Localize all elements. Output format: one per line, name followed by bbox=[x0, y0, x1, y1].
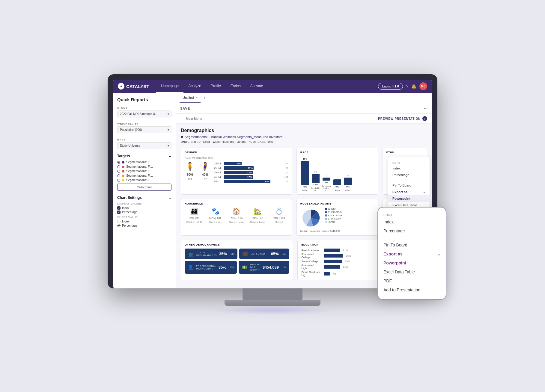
ctx-powerpoint[interactable]: Powerpoint bbox=[388, 195, 430, 202]
composer-button[interactable]: Composer bbox=[117, 184, 171, 191]
app-name: CATALYST bbox=[126, 84, 149, 89]
edu-label-1: Graduated College bbox=[301, 253, 322, 259]
target-item[interactable]: Segmentations: Fi... bbox=[117, 161, 171, 164]
base-label: % OF BASE bbox=[249, 140, 266, 143]
ctx-large-export-row[interactable]: Export as ⌄ bbox=[378, 249, 446, 258]
report-title: Demographics bbox=[181, 128, 427, 133]
ctx-sort-label: SORT bbox=[388, 160, 430, 165]
targets-chevron[interactable]: ⌄ bbox=[168, 154, 171, 158]
target-item[interactable]: Segmentations: Fi... bbox=[117, 174, 171, 177]
ctx-large-pin-item[interactable]: Pin To Board bbox=[378, 240, 446, 249]
display-index-row[interactable]: ✓ Index bbox=[117, 206, 171, 210]
target-radio-1[interactable] bbox=[117, 165, 120, 168]
demo-icon-2: 👤 bbox=[188, 264, 194, 270]
age-label-0: 18-24 bbox=[214, 162, 222, 165]
preview-presentation-button[interactable]: PREVIEW PRESENTATION 0 bbox=[378, 116, 427, 121]
ctx-large-pdf[interactable]: PDF bbox=[378, 276, 446, 285]
edu-bar-0 bbox=[324, 249, 340, 252]
race-pct-1: 12% bbox=[313, 183, 318, 186]
tab-close[interactable]: ✕ bbox=[195, 96, 198, 99]
legend-item-1: $150K-$250K bbox=[325, 211, 343, 214]
toolbar: SAVE ··· bbox=[176, 103, 432, 114]
pct-checkbox[interactable]: ✓ bbox=[117, 211, 121, 214]
back-arrow-icon: ← bbox=[181, 117, 184, 120]
chart-index-row[interactable]: Index bbox=[117, 220, 171, 223]
legend-label-2: $100K-$150K bbox=[328, 214, 343, 217]
nav-activate[interactable]: Activate bbox=[246, 80, 268, 93]
demo-row-2: 👤 PROFESSIONAL MANAGERIAL 35% 133 💵 bbox=[185, 261, 289, 274]
education-chart: EDUCATION Post Graduate 21% G bbox=[297, 240, 379, 280]
top-nav: ✦ CATALYST Homepage Analyze Profile Enri… bbox=[113, 80, 432, 93]
age-label-4: 55+ bbox=[214, 180, 222, 183]
race-bar-0 bbox=[301, 161, 309, 185]
household-items: 👨‍👩‍👦 32% | 95 Children in HH 🐾 56% | 10… bbox=[185, 208, 288, 223]
targets-list: Segmentations: Fi... Segmentations: Fi..… bbox=[117, 161, 171, 182]
ctx-pct-item[interactable]: Percentage bbox=[388, 172, 430, 178]
ethnicity-chart: ETHN... SORT Index Percentage Pin To Boa… bbox=[383, 148, 427, 195]
base-select[interactable]: Study Universe bbox=[117, 142, 171, 149]
base-select-wrap: Study Universe ▼ bbox=[117, 142, 171, 149]
target-radio-3[interactable] bbox=[117, 174, 120, 177]
ctx-large-powerpoint[interactable]: Powerpoint bbox=[378, 258, 446, 267]
race-label-1: Black/Afri can... bbox=[311, 187, 320, 191]
target-label-0: Segmentations: Fi... bbox=[126, 161, 153, 164]
ctx-large-index-item[interactable]: Index bbox=[378, 217, 446, 226]
chart-pct-row[interactable]: Percentage bbox=[117, 224, 171, 227]
target-color-3 bbox=[122, 175, 124, 177]
demo-label-1: EMPLOYED bbox=[251, 252, 269, 255]
chart-index-radio[interactable] bbox=[117, 220, 121, 223]
race-bar-2 bbox=[323, 178, 330, 181]
sidebar: Quick Reports STUDY 2022 Fall MRI-Simmon… bbox=[113, 93, 176, 288]
legend-item-4: <$75K bbox=[325, 221, 343, 223]
race-pct-0: 78% bbox=[302, 185, 307, 188]
ctx-index-item[interactable]: Index bbox=[388, 165, 430, 172]
chart-settings-chevron[interactable]: ⌄ bbox=[168, 196, 171, 200]
target-item[interactable]: Segmentations: Fi... bbox=[117, 178, 171, 182]
ctx-large-excel[interactable]: Excel Data Table bbox=[378, 267, 446, 276]
female-icon: 🧍‍♀️ bbox=[200, 162, 210, 172]
edu-row-0: Post Graduate 21% bbox=[301, 249, 375, 252]
more-button[interactable]: ··· bbox=[424, 106, 428, 111]
targets-title: Targets bbox=[117, 154, 130, 158]
ctx-large-pct-item[interactable]: Percentage bbox=[378, 226, 446, 235]
target-item[interactable]: Segmentations: Fi... bbox=[117, 169, 171, 173]
index-checkbox[interactable]: ✓ bbox=[117, 206, 121, 210]
target-radio-0[interactable] bbox=[117, 161, 120, 164]
base-label: BASE bbox=[117, 138, 171, 141]
launch-button[interactable]: Launch 1.0 bbox=[378, 83, 403, 90]
target-radio-2[interactable] bbox=[117, 170, 120, 173]
save-button[interactable]: SAVE bbox=[180, 107, 190, 110]
edu-bar-1 bbox=[324, 254, 343, 258]
ctx-export-row[interactable]: Export as ⌄ bbox=[388, 189, 430, 195]
demo-icon-1: 💼 bbox=[242, 251, 248, 257]
tab-untitled[interactable]: Untitled ✕ bbox=[180, 93, 201, 103]
nav-analyze[interactable]: Analyze bbox=[183, 80, 206, 93]
age-pct-1: 17% bbox=[248, 167, 253, 169]
chart-pct-radio[interactable] bbox=[117, 224, 121, 227]
age-row: 18-24 8% 74 bbox=[214, 162, 288, 165]
charts-row-1: GENDER AGE: Median Age: 49.5 🧍 60% 124 bbox=[181, 148, 427, 195]
display-pct-row[interactable]: ✓ Percentage bbox=[117, 211, 171, 214]
ctx-large-add-pres[interactable]: Add to Presentation bbox=[378, 285, 446, 294]
target-radio-4[interactable] bbox=[117, 179, 120, 182]
notification-icon[interactable]: 🔔 bbox=[411, 84, 416, 89]
nav-profile[interactable]: Profile bbox=[206, 80, 226, 93]
income-chart: HOUSEHOLD INCOME: bbox=[296, 199, 378, 236]
race-label-4: Other bbox=[344, 189, 353, 191]
report-subtitle: Segmentations: Financial Wellness Segmen… bbox=[181, 135, 427, 139]
ctx-pin-item[interactable]: Pin To Board bbox=[388, 182, 430, 189]
nav-enrich[interactable]: Enrich bbox=[226, 80, 246, 93]
nav-homepage[interactable]: Homepage bbox=[156, 80, 183, 93]
other-demo-chart: OTHER DEMOGRAPHICS 📺 TOP 10 MEDIAMARKETS… bbox=[181, 240, 293, 280]
weighted-select[interactable]: Population (000) bbox=[117, 126, 171, 133]
demo-n-0: 113 bbox=[231, 252, 234, 255]
breadcrumb[interactable]: ← Main Menu bbox=[181, 117, 202, 120]
study-select[interactable]: 2022 Fall MRI-Simmons U... bbox=[117, 111, 171, 117]
age-bar-1: 17% bbox=[224, 166, 254, 170]
tab-add-button[interactable]: + bbox=[203, 96, 206, 100]
avatar[interactable]: MC bbox=[419, 82, 427, 90]
hh-vals-1: 56% | 101 bbox=[209, 217, 221, 220]
target-item[interactable]: Segmentations: Fi... bbox=[117, 165, 171, 168]
help-icon[interactable]: ? bbox=[406, 84, 408, 89]
race-bar-1 bbox=[312, 174, 320, 183]
